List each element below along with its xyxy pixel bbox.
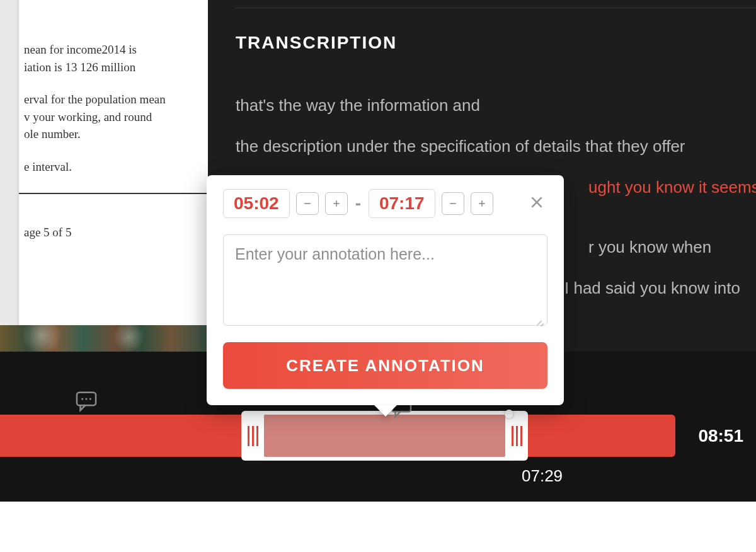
document-text-line: iation is 13 126 million: [19, 59, 208, 76]
current-time-label: 07:29: [522, 466, 563, 486]
grip-icon: [512, 426, 522, 446]
timeline-track[interactable]: 08:51: [0, 415, 756, 457]
document-text-line: erval for the population mean: [19, 91, 208, 108]
document-page: nean for income2014 is iation is 13 126 …: [19, 0, 208, 334]
timeline-selection-fill: [264, 415, 505, 457]
duration-label: 08:51: [698, 415, 743, 457]
timeline-selection[interactable]: [241, 411, 528, 461]
start-time-input[interactable]: 05:02: [223, 189, 290, 218]
start-time-increment-button[interactable]: [325, 192, 348, 215]
transcription-heading: TRANSCRIPTION: [236, 33, 397, 53]
selection-handle-left[interactable]: [241, 415, 264, 457]
create-annotation-button[interactable]: CREATE ANNOTATION: [223, 342, 547, 389]
svg-point-3: [89, 398, 91, 400]
svg-point-1: [81, 398, 83, 400]
transcription-line[interactable]: the description under the specification …: [236, 135, 756, 158]
comment-icon[interactable]: [73, 389, 100, 413]
start-time-decrement-button[interactable]: [296, 192, 319, 215]
time-range-separator: -: [354, 193, 362, 214]
document-text-line: ole number.: [19, 125, 208, 143]
selection-handle-right[interactable]: [505, 415, 528, 457]
document-text-line: v your working, and round: [19, 108, 208, 126]
document-page-number: age 5 of 5: [19, 194, 208, 239]
grip-icon: [248, 426, 258, 446]
close-button[interactable]: [526, 192, 547, 216]
document-text-line: nean for income2014 is: [19, 41, 208, 59]
divider: [236, 8, 756, 8]
annotation-popup: 05:02 - 07:17 CREATE ANNOTATION: [207, 175, 564, 405]
svg-point-2: [85, 398, 87, 400]
transcription-line[interactable]: that's the way the information and: [236, 95, 756, 117]
document-preview-pane: nean for income2014 is iation is 13 126 …: [0, 0, 208, 352]
document-text-line: e interval.: [19, 158, 208, 176]
end-time-input[interactable]: 07:17: [369, 189, 435, 218]
annotation-textarea[interactable]: [223, 234, 547, 326]
end-time-decrement-button[interactable]: [442, 192, 464, 215]
playhead[interactable]: [505, 410, 513, 418]
end-time-increment-button[interactable]: [471, 192, 493, 215]
document-decorative-image: [0, 325, 208, 352]
time-range-row: 05:02 - 07:17: [223, 189, 547, 218]
